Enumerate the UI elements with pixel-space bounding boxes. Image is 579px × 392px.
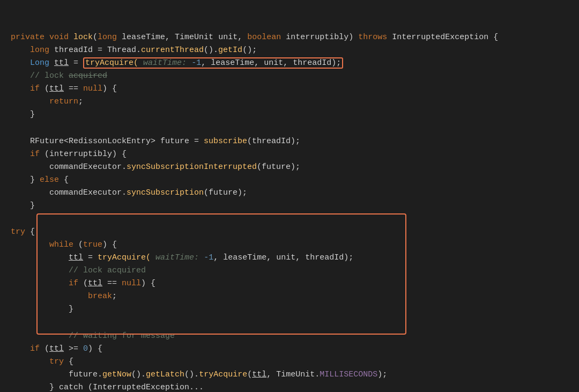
try-acquire-highlight: tryAcquire( waitTime: -1, leaseTime, uni… [83, 57, 343, 69]
code-line: } else { [11, 174, 568, 187]
code-line: if (ttl >= 0) { [11, 343, 568, 356]
code-line [11, 316, 568, 330]
code-line [11, 212, 568, 226]
code-line: if (interruptibly) { [11, 148, 568, 161]
code-line: } [11, 199, 568, 212]
code-line: break; [11, 290, 568, 303]
code-line: future.getNow().getLatch().tryAcquire(tt… [11, 368, 568, 381]
code-line: commandExecutor.syncSubscriptionInterrup… [11, 161, 568, 174]
code-line: } [11, 303, 568, 316]
code-viewer: private void lock(long leaseTime, TimeUn… [0, 0, 579, 392]
code-line: while (true) { [11, 239, 568, 252]
code-line: ttl = tryAcquire( waitTime: -1, leaseTim… [11, 252, 568, 264]
code-line: } [11, 108, 568, 121]
code-line: } catch (InterruptedException... [11, 381, 568, 392]
code-line: try { [11, 226, 568, 239]
code-line: long threadId = Thread.currentThread().g… [11, 44, 568, 57]
code-line: commandExecutor.syncSubscription(future)… [11, 187, 568, 199]
code-line: // waiting for message [11, 330, 568, 343]
code-line [11, 121, 568, 135]
code-line: private void lock(long leaseTime, TimeUn… [11, 31, 568, 44]
code-line: // lock acquired [11, 264, 568, 277]
code-line: if (ttl == null) { [11, 83, 568, 95]
code-line: // lock acquired [11, 70, 568, 83]
code-line: if (ttl == null) { [11, 277, 568, 290]
code-line: return; [11, 95, 568, 108]
code-line: Long ttl = tryAcquire( waitTime: -1, lea… [11, 57, 568, 70]
code-line: RFuture<RedissonLockEntry> future = subs… [11, 135, 568, 148]
code-line: try { [11, 356, 568, 368]
